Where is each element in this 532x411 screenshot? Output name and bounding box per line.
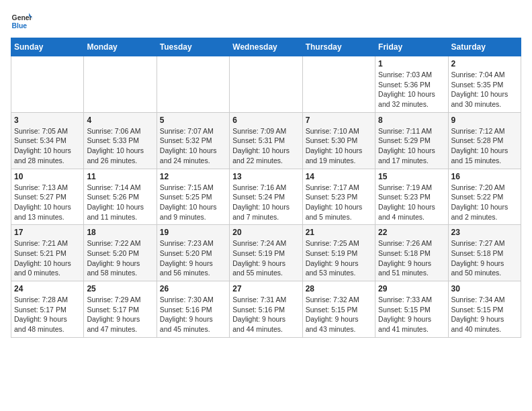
day-number: 7 [306, 116, 372, 125]
day-number: 17 [14, 228, 81, 237]
day-info: Sunrise: 7:23 AM Sunset: 5:20 PM Dayligh… [160, 238, 226, 278]
calendar-cell: 14Sunrise: 7:17 AM Sunset: 5:23 PM Dayli… [302, 169, 375, 225]
weekday-header-tuesday: Tuesday [157, 38, 229, 56]
day-info: Sunrise: 7:30 AM Sunset: 5:16 PM Dayligh… [160, 295, 226, 334]
day-info: Sunrise: 7:03 AM Sunset: 5:36 PM Dayligh… [378, 70, 445, 109]
calendar-cell: 10Sunrise: 7:13 AM Sunset: 5:27 PM Dayli… [11, 169, 84, 225]
day-info: Sunrise: 7:04 AM Sunset: 5:35 PM Dayligh… [451, 70, 518, 109]
day-info: Sunrise: 7:22 AM Sunset: 5:20 PM Dayligh… [87, 238, 153, 278]
calendar-cell: 17Sunrise: 7:21 AM Sunset: 5:21 PM Dayli… [11, 225, 84, 281]
day-info: Sunrise: 7:31 AM Sunset: 5:16 PM Dayligh… [232, 295, 299, 334]
calendar-cell: 16Sunrise: 7:20 AM Sunset: 5:22 PM Dayli… [448, 169, 521, 225]
calendar-cell: 2Sunrise: 7:04 AM Sunset: 5:35 PM Daylig… [448, 56, 521, 113]
calendar-cell: 8Sunrise: 7:11 AM Sunset: 5:29 PM Daylig… [375, 112, 448, 169]
calendar-cell: 11Sunrise: 7:14 AM Sunset: 5:26 PM Dayli… [84, 169, 157, 225]
calendar-cell: 21Sunrise: 7:25 AM Sunset: 5:19 PM Dayli… [302, 225, 375, 281]
day-number: 18 [87, 228, 153, 237]
day-number: 8 [378, 116, 445, 125]
day-number: 13 [232, 172, 299, 181]
day-info: Sunrise: 7:28 AM Sunset: 5:17 PM Dayligh… [14, 295, 81, 334]
svg-text:Blue: Blue [12, 22, 28, 30]
calendar-cell: 26Sunrise: 7:30 AM Sunset: 5:16 PM Dayli… [157, 281, 229, 338]
calendar-cell: 3Sunrise: 7:05 AM Sunset: 5:34 PM Daylig… [11, 112, 84, 169]
day-info: Sunrise: 7:29 AM Sunset: 5:17 PM Dayligh… [87, 295, 153, 334]
calendar-week-row: 3Sunrise: 7:05 AM Sunset: 5:34 PM Daylig… [11, 112, 521, 169]
day-number: 27 [232, 284, 299, 293]
weekday-header-wednesday: Wednesday [230, 38, 302, 56]
day-info: Sunrise: 7:06 AM Sunset: 5:33 PM Dayligh… [87, 126, 153, 166]
calendar-week-row: 10Sunrise: 7:13 AM Sunset: 5:27 PM Dayli… [11, 169, 521, 225]
day-number: 9 [451, 116, 518, 125]
day-info: Sunrise: 7:09 AM Sunset: 5:31 PM Dayligh… [232, 126, 299, 166]
day-number: 1 [378, 59, 445, 68]
calendar-cell: 1Sunrise: 7:03 AM Sunset: 5:36 PM Daylig… [375, 56, 448, 113]
day-number: 29 [378, 284, 445, 293]
day-number: 4 [87, 116, 153, 125]
day-number: 24 [14, 284, 81, 293]
weekday-header-sunday: Sunday [11, 38, 84, 56]
calendar-cell: 6Sunrise: 7:09 AM Sunset: 5:31 PM Daylig… [230, 112, 302, 169]
page-header: General Blue [11, 11, 521, 32]
day-number: 6 [232, 116, 299, 125]
day-number: 10 [14, 172, 81, 181]
day-info: Sunrise: 7:15 AM Sunset: 5:25 PM Dayligh… [160, 183, 226, 222]
calendar-cell: 29Sunrise: 7:33 AM Sunset: 5:15 PM Dayli… [375, 281, 448, 338]
calendar-cell: 9Sunrise: 7:12 AM Sunset: 5:28 PM Daylig… [448, 112, 521, 169]
calendar-cell: 5Sunrise: 7:07 AM Sunset: 5:32 PM Daylig… [157, 112, 229, 169]
weekday-header-saturday: Saturday [448, 38, 521, 56]
day-number: 15 [378, 172, 445, 181]
day-info: Sunrise: 7:33 AM Sunset: 5:15 PM Dayligh… [378, 295, 445, 334]
day-info: Sunrise: 7:19 AM Sunset: 5:23 PM Dayligh… [378, 183, 445, 222]
day-number: 3 [14, 116, 81, 125]
calendar-cell: 7Sunrise: 7:10 AM Sunset: 5:30 PM Daylig… [302, 112, 375, 169]
day-number: 25 [87, 284, 153, 293]
day-info: Sunrise: 7:32 AM Sunset: 5:15 PM Dayligh… [306, 295, 372, 334]
day-info: Sunrise: 7:13 AM Sunset: 5:27 PM Dayligh… [14, 183, 81, 222]
calendar-cell [230, 56, 302, 113]
logo: General Blue [11, 11, 35, 32]
day-number: 16 [451, 172, 518, 181]
day-info: Sunrise: 7:27 AM Sunset: 5:18 PM Dayligh… [451, 238, 518, 278]
calendar-cell: 27Sunrise: 7:31 AM Sunset: 5:16 PM Dayli… [230, 281, 302, 338]
day-info: Sunrise: 7:20 AM Sunset: 5:22 PM Dayligh… [451, 183, 518, 222]
day-number: 21 [306, 228, 372, 237]
day-info: Sunrise: 7:16 AM Sunset: 5:24 PM Dayligh… [232, 183, 299, 222]
day-info: Sunrise: 7:11 AM Sunset: 5:29 PM Dayligh… [378, 126, 445, 166]
day-number: 30 [451, 284, 518, 293]
calendar-week-row: 17Sunrise: 7:21 AM Sunset: 5:21 PM Dayli… [11, 225, 521, 281]
calendar-cell: 28Sunrise: 7:32 AM Sunset: 5:15 PM Dayli… [302, 281, 375, 338]
calendar-cell [11, 56, 84, 113]
day-number: 22 [378, 228, 445, 237]
day-number: 19 [160, 228, 226, 237]
day-number: 26 [160, 284, 226, 293]
day-info: Sunrise: 7:25 AM Sunset: 5:19 PM Dayligh… [306, 238, 372, 278]
day-info: Sunrise: 7:24 AM Sunset: 5:19 PM Dayligh… [232, 238, 299, 278]
calendar-cell: 18Sunrise: 7:22 AM Sunset: 5:20 PM Dayli… [84, 225, 157, 281]
calendar-header-row: SundayMondayTuesdayWednesdayThursdayFrid… [11, 38, 521, 56]
weekday-header-friday: Friday [375, 38, 448, 56]
calendar-week-row: 24Sunrise: 7:28 AM Sunset: 5:17 PM Dayli… [11, 281, 521, 338]
day-info: Sunrise: 7:17 AM Sunset: 5:23 PM Dayligh… [306, 183, 372, 222]
weekday-header-monday: Monday [84, 38, 157, 56]
calendar-cell: 15Sunrise: 7:19 AM Sunset: 5:23 PM Dayli… [375, 169, 448, 225]
weekday-header-thursday: Thursday [302, 38, 375, 56]
calendar-cell: 23Sunrise: 7:27 AM Sunset: 5:18 PM Dayli… [448, 225, 521, 281]
day-info: Sunrise: 7:14 AM Sunset: 5:26 PM Dayligh… [87, 183, 153, 222]
day-info: Sunrise: 7:05 AM Sunset: 5:34 PM Dayligh… [14, 126, 81, 166]
day-number: 14 [306, 172, 372, 181]
day-number: 28 [306, 284, 372, 293]
calendar-cell: 22Sunrise: 7:26 AM Sunset: 5:18 PM Dayli… [375, 225, 448, 281]
day-info: Sunrise: 7:21 AM Sunset: 5:21 PM Dayligh… [14, 238, 81, 278]
day-number: 23 [451, 228, 518, 237]
day-number: 11 [87, 172, 153, 181]
day-info: Sunrise: 7:07 AM Sunset: 5:32 PM Dayligh… [160, 126, 226, 166]
calendar-cell: 13Sunrise: 7:16 AM Sunset: 5:24 PM Dayli… [230, 169, 302, 225]
calendar-cell [84, 56, 157, 113]
calendar-cell: 19Sunrise: 7:23 AM Sunset: 5:20 PM Dayli… [157, 225, 229, 281]
calendar-cell [302, 56, 375, 113]
day-info: Sunrise: 7:12 AM Sunset: 5:28 PM Dayligh… [451, 126, 518, 166]
calendar-cell [157, 56, 229, 113]
calendar-cell: 25Sunrise: 7:29 AM Sunset: 5:17 PM Dayli… [84, 281, 157, 338]
day-info: Sunrise: 7:10 AM Sunset: 5:30 PM Dayligh… [306, 126, 372, 166]
calendar-cell: 20Sunrise: 7:24 AM Sunset: 5:19 PM Dayli… [230, 225, 302, 281]
